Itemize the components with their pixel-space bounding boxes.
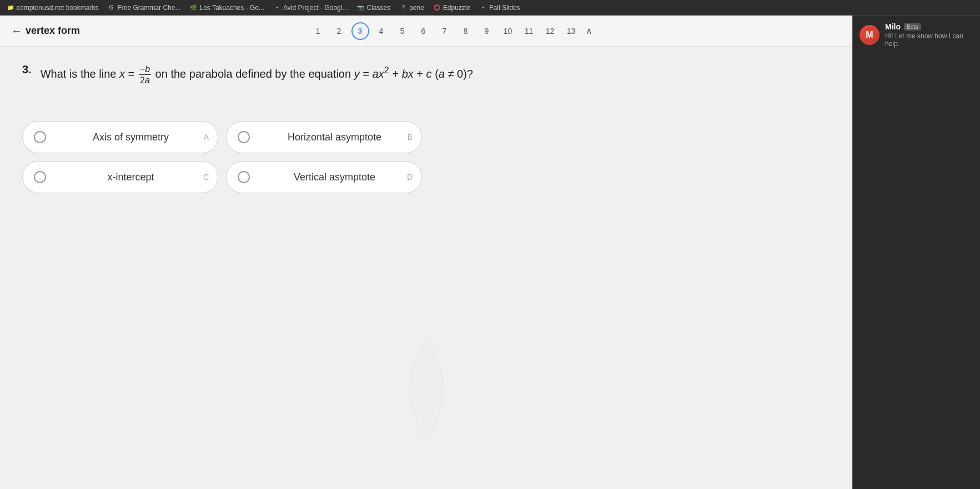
question-text: What is the line x = −b 2a on the parabo…	[41, 63, 473, 85]
question-equation: y = ax2 + bx + c (a ≠ 0)?	[354, 68, 473, 80]
page-num-5[interactable]: 5	[394, 22, 411, 40]
question-variable: x =	[119, 68, 134, 80]
bookmark-takuaches[interactable]: 🌿Los Takuaches - Go...	[189, 4, 264, 12]
page-num-2[interactable]: 2	[330, 22, 348, 40]
option-label-C: x-intercept	[55, 172, 207, 183]
main-content: ← vertex form 12345678910111213∧ 3. What…	[0, 16, 980, 489]
page-numbers: 12345678910111213∧	[309, 22, 595, 40]
option-label-B: Horizontal asymptote	[259, 132, 410, 143]
bookmark-label: Classes	[366, 4, 390, 12]
bookmark-classes[interactable]: 📷Classes	[356, 4, 390, 12]
bookmark-fallslides[interactable]: ▪Fall Slides	[479, 4, 520, 12]
bookmark-icon: ▪	[273, 4, 281, 12]
question-text-after: on the parabola defined by the equation	[155, 68, 351, 80]
page-num-6[interactable]: 6	[415, 22, 433, 40]
bookmarks-bar: 📁comptonusd.net bookmarksGFree Grammar C…	[0, 0, 980, 16]
bookmark-label: pene	[409, 4, 424, 12]
option-radio-C	[34, 171, 46, 183]
page-num-1[interactable]: 1	[309, 22, 327, 40]
option-letter-B: B	[408, 133, 413, 142]
bg-decoration	[371, 334, 482, 445]
option-radio-B	[238, 131, 250, 143]
page-num-11[interactable]: 11	[520, 22, 538, 40]
bookmark-label: Fall Slides	[489, 4, 520, 12]
ai-badge: Beta	[904, 23, 921, 31]
bookmark-label: Free Grammar Che...	[117, 4, 180, 12]
ai-header: M Milo Beta Hi! Let me know how I can he…	[860, 22, 973, 48]
ai-panel: M Milo Beta Hi! Let me know how I can he…	[852, 16, 980, 489]
page-nav-up-icon[interactable]: ∧	[584, 23, 595, 38]
option-letter-A: A	[204, 133, 209, 142]
option-B[interactable]: Horizontal asymptote B	[226, 121, 422, 153]
option-radio-D	[238, 171, 250, 183]
question-content: 3. What is the line x = −b 2a on the par…	[0, 47, 852, 210]
bookmark-label: Los Takuaches - Go...	[199, 4, 264, 12]
fraction-denominator: 2a	[139, 75, 151, 85]
bookmark-pene[interactable]: ?pene	[399, 4, 424, 12]
page-num-12[interactable]: 12	[541, 22, 559, 40]
fraction: −b 2a	[139, 64, 151, 85]
page-num-7[interactable]: 7	[436, 22, 454, 40]
option-D[interactable]: Vertical asymptote D	[226, 161, 422, 193]
page-num-9[interactable]: 9	[478, 22, 496, 40]
bookmark-comptonusd[interactable]: 📁comptonusd.net bookmarks	[7, 4, 98, 12]
ai-greeting: Hi! Let me know how I can help.	[885, 32, 973, 48]
ai-avatar: M	[860, 25, 880, 45]
question-panel: ← vertex form 12345678910111213∧ 3. What…	[0, 16, 852, 489]
bookmark-icon: 📁	[7, 4, 14, 12]
page-num-8[interactable]: 8	[457, 22, 475, 40]
question-text-before: What is the line	[41, 68, 117, 80]
option-label-D: Vertical asymptote	[259, 172, 410, 183]
browser-chrome: 📁comptonusd.net bookmarksGFree Grammar C…	[0, 0, 980, 16]
option-letter-D: D	[407, 173, 413, 182]
page-num-10[interactable]: 10	[499, 22, 517, 40]
header-bar: ← vertex form 12345678910111213∧	[0, 16, 852, 47]
ai-name-block: Milo Beta Hi! Let me know how I can help…	[885, 22, 973, 48]
ai-name: Milo	[885, 22, 901, 31]
page-num-4[interactable]: 4	[373, 22, 390, 40]
header-title: vertex form	[26, 25, 80, 37]
bookmark-label: comptonusd.net bookmarks	[17, 4, 98, 12]
back-button[interactable]: ← vertex form	[11, 24, 80, 37]
bookmark-label: Avid Project - Googl...	[283, 4, 348, 12]
bookmark-icon: 🌿	[189, 4, 197, 12]
option-label-A: Axis of symmetry	[55, 132, 207, 143]
option-C[interactable]: x-intercept C	[22, 161, 218, 193]
option-letter-C: C	[203, 173, 209, 182]
bookmark-avid[interactable]: ▪Avid Project - Googl...	[273, 4, 348, 12]
fraction-numerator: −b	[139, 64, 151, 75]
bookmark-icon: ▪	[479, 4, 487, 12]
bookmark-icon: G	[107, 4, 115, 12]
bookmark-icon: ⭕	[433, 4, 441, 12]
page-num-3[interactable]: 3	[351, 22, 369, 40]
bookmark-label: Edpuzzle	[443, 4, 470, 12]
option-A[interactable]: Axis of symmetry A	[22, 121, 218, 153]
question-number: 3.	[22, 63, 32, 76]
bookmark-icon: 📷	[356, 4, 364, 12]
bookmark-edpuzzle[interactable]: ⭕Edpuzzle	[433, 4, 470, 12]
option-radio-A	[34, 131, 46, 143]
answer-options: Axis of symmetry A Horizontal asymptote …	[22, 121, 422, 193]
bookmark-grammar[interactable]: GFree Grammar Che...	[107, 4, 180, 12]
bookmark-icon: ?	[399, 4, 407, 12]
back-arrow-icon: ←	[11, 24, 22, 37]
page-num-13[interactable]: 13	[562, 22, 580, 40]
